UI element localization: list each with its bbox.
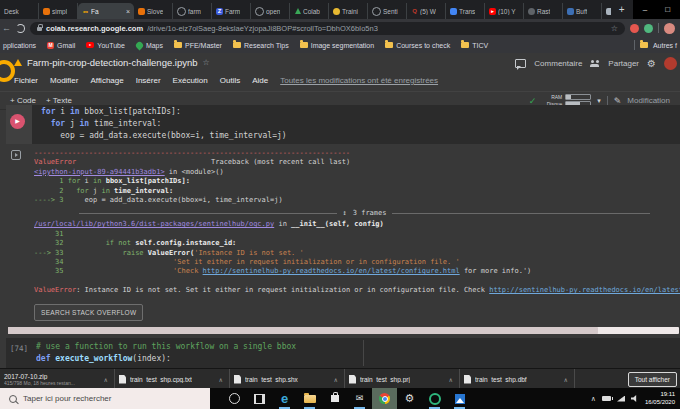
menu-item-affichage[interactable]: Affichage [90,76,123,85]
tab-active[interactable]: ∞Fa× [78,3,134,19]
gear-icon[interactable]: ⚙ [647,58,656,69]
chevron-down-icon[interactable]: ▾ [597,97,601,105]
menu-item-execution[interactable]: Exécution [173,76,208,85]
bookmark-item[interactable]: ▸YouTube [86,42,125,49]
reload-icon[interactable] [16,24,25,33]
show-all-downloads-button[interactable]: Tout afficher [628,372,677,387]
bookmark-star-icon[interactable]: ☆ [611,24,618,33]
store-button[interactable] [322,388,347,409]
bookmark-item[interactable]: PFE/Master [174,42,222,49]
tab[interactable]: Senti [368,3,407,19]
mail-button[interactable]: ✉ [347,388,372,409]
bookmark-item[interactable]: TICV [461,42,488,49]
scrollbar-thumb[interactable] [8,327,598,334]
download-text: train_test_shp.dbf [475,376,527,383]
cell-code-editor[interactable]: for i in bbox_list[patchIDs]: for j in t… [32,105,680,144]
notebook-title[interactable]: Farm-pin-crop-detection-challenge.ipynb [27,57,198,68]
back-icon[interactable]: ← [2,23,11,33]
maximize-button[interactable]: □ [665,5,670,14]
volume-icon[interactable] [631,395,639,402]
code-cell[interactable]: ▶ for i in bbox_list[patchIDs]: for j in… [6,105,680,144]
chevron-up-icon[interactable]: ∧ [219,376,225,383]
download-item[interactable]: train_test_shp.dbf∧ [460,369,575,389]
tab[interactable]: Trans [446,3,485,19]
account-avatar[interactable] [664,57,677,70]
menu-item-outils[interactable]: Outils [220,76,240,85]
save-status[interactable]: Toutes les modifications ont été enregis… [280,76,438,85]
file-explorer-button[interactable] [297,388,322,409]
youtube-icon: ▸ [86,42,94,48]
bookmark-item[interactable]: Image segmentation [300,42,374,49]
tab[interactable]: Slove [134,3,173,19]
new-tab-button[interactable]: + [611,4,633,15]
chrome-button[interactable] [372,388,397,409]
edge-button[interactable]: e [272,388,297,409]
bookmark-item[interactable]: MGmail [47,42,75,49]
settings-button[interactable]: ⚙ [397,388,422,409]
battery-icon[interactable] [602,396,611,401]
tab-close-icon[interactable]: × [126,8,130,15]
extension-icon-red[interactable] [630,24,639,33]
taskbar-search[interactable]: Taper ici pour rechercher [0,388,210,409]
frames-toggle[interactable]: ↕ 3 frames [79,208,650,218]
address-bar[interactable]: colab.research.google.com /drive/1o-eiz7… [30,22,625,35]
horizontal-scrollbar[interactable] [8,327,679,334]
chevron-up-icon[interactable]: ∧ [449,376,455,383]
cortana-button[interactable] [222,388,247,409]
share-button[interactable]: Partager [608,59,639,68]
bookmark-item[interactable]: pplications [3,42,36,49]
frames-arrows-icon: ↕ [343,209,347,218]
tab[interactable]: farm [173,3,212,19]
code-line: def execute_workflow(index): [36,353,680,365]
tab[interactable]: Desk [0,3,39,19]
download-item[interactable]: 2017-07-10.zip415/798 Mo, 18 heures rest… [0,369,115,389]
bookmark-item[interactable]: Maps [136,42,163,49]
download-item[interactable]: train_test_shp.prj∧ [345,369,460,389]
tab[interactable]: EO T [602,3,611,19]
chevron-up-icon[interactable]: ∧ [564,376,570,383]
other-bookmarks[interactable]: Autres f [634,40,677,50]
tab[interactable]: open [251,3,290,19]
photos-button[interactable] [447,388,472,409]
menu-item-modifier[interactable]: Modifier [50,76,78,85]
gmail-icon: M [47,42,54,49]
divider [658,23,659,33]
code-line: 31 [34,230,680,239]
menu-item-aide[interactable]: Aide [252,76,268,85]
tab[interactable]: Rast [524,3,563,19]
chevron-up-icon[interactable]: ∧ [104,376,110,383]
extension-icon-green[interactable] [644,24,653,33]
menu-item-fichier[interactable]: Fichier [14,76,38,85]
colab-logo-icon [0,60,15,82]
tab[interactable]: simpl [39,3,78,19]
download-item[interactable]: train_test_shp.cpg.txt∧ [115,369,230,389]
comment-button[interactable]: Commentaire [534,59,582,68]
run-cell-button[interactable]: ▶ [10,114,25,129]
bookmark-item[interactable]: Research Tips [233,42,289,49]
tab[interactable]: Buff [563,3,602,19]
minimize-button[interactable]: – [643,5,647,14]
network-icon[interactable] [617,396,625,402]
menu-item-inserer[interactable]: Insérer [136,76,161,85]
tab[interactable]: Traini [329,3,368,19]
tab[interactable]: ▸(10) Y [485,3,524,19]
bookmark-item[interactable]: Courses to check [385,42,450,49]
tab[interactable]: Colab [290,3,329,19]
task-view-button[interactable] [247,388,272,409]
tab[interactable]: Q(5) W [407,3,446,19]
tray-chevron-icon[interactable]: ∧ [591,395,596,403]
chevron-up-icon[interactable]: ∧ [334,376,340,383]
taskbar-clock[interactable]: 19:11 16/05/2020 [645,391,675,406]
tab[interactable]: ZFarm [212,3,251,19]
cell-code-editor[interactable]: # use a function to run this workflow on… [36,341,680,368]
obs-button[interactable] [422,388,447,409]
tab-title: Trans [459,8,475,15]
search-stack-overflow-button[interactable]: SEARCH STACK OVERFLOW [34,304,143,321]
tab-favicon [43,8,50,15]
code-cell[interactable]: [74] # use a function to run this workfl… [6,338,680,368]
add-text-button[interactable]: + Texte [46,96,72,105]
browser-profile-avatar[interactable] [664,23,675,34]
star-icon[interactable]: ☆ [203,58,210,67]
add-code-button[interactable]: + Code [10,96,36,105]
download-item[interactable]: train_test_shp.shx∧ [230,369,345,389]
